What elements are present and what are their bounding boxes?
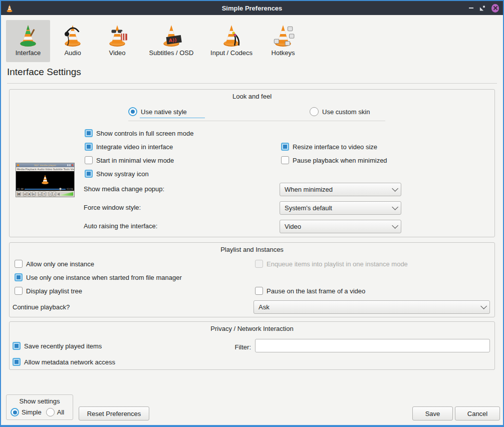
checkbox-icon <box>85 143 93 151</box>
vlc-app-icon <box>5 4 14 13</box>
input-codecs-icon <box>219 22 244 48</box>
dropdown-force-window-style[interactable]: System's default <box>280 201 401 215</box>
group-look-and-feel: Look and feel Use native style Use custo… <box>9 89 495 237</box>
radio-simple-label[interactable]: Simple <box>22 408 42 416</box>
checkbox-icon <box>15 260 23 268</box>
heading-divider <box>7 83 497 84</box>
group-privacy-network: Privacy / Network Interaction Save recen… <box>9 321 495 370</box>
group-title: Privacy / Network Interaction <box>10 325 494 332</box>
cancel-button[interactable]: Cancel <box>455 406 500 420</box>
hotkeys-icon <box>271 22 296 48</box>
radio-all-icon[interactable] <box>46 408 55 416</box>
toolbar-item-subtitles-osd[interactable]: A)) Subtitles / OSD <box>143 20 199 62</box>
window-title: Simple Preferences <box>35 5 469 12</box>
checkbox-icon <box>15 273 23 281</box>
label-auto-raising: Auto raising the interface: <box>84 221 157 230</box>
show-settings-title: Show settings <box>7 397 73 405</box>
toolbar-label: Audio <box>64 49 81 57</box>
checkbox-save-recent-items[interactable]: Save recently played items <box>13 341 102 350</box>
checkbox-icon <box>85 156 93 164</box>
toolbar-label: Hotkeys <box>272 49 295 57</box>
toolbar-label: Input / Codecs <box>210 49 253 57</box>
preview-speaker-icon <box>57 193 60 196</box>
preview-controls: ▮▮ ◂◂▪▸▸ ▭≡ ∞x <box>16 191 74 197</box>
checkbox-icon <box>255 260 263 268</box>
radio-row-divider <box>128 114 385 121</box>
checkbox-systray-icon[interactable]: Show systray icon <box>85 169 149 178</box>
reset-preferences-button[interactable]: Reset Preferences <box>79 406 149 420</box>
video-icon <box>105 22 130 48</box>
radio-simple-icon[interactable] <box>11 408 19 416</box>
checkbox-icon <box>281 143 289 151</box>
checkbox-icon <box>13 342 21 350</box>
page-title: Interface Settings <box>7 67 81 78</box>
preview-cone-icon <box>40 173 51 186</box>
toolbar-label: Interface <box>16 49 41 57</box>
checkbox-resize-interface[interactable]: Resize interface to video size <box>281 142 377 151</box>
checkbox-allow-metadata-access[interactable]: Allow metadata network access <box>13 357 115 366</box>
checkbox-integrate-video[interactable]: Integrate video in interface <box>85 142 173 151</box>
preview-seekbar: 01:48 03:06 <box>16 187 74 191</box>
interface-icon <box>16 22 41 48</box>
checkbox-pause-when-minimized[interactable]: Pause playback when minimized <box>281 156 387 165</box>
subtitles-osd-icon: A)) <box>159 22 184 48</box>
checkbox-minimal-view[interactable]: Start in minimal view mode <box>85 156 174 165</box>
minimize-button-icon[interactable] <box>469 8 473 9</box>
preview-titlebar: VLC media player <box>16 163 74 167</box>
checkbox-icon <box>85 170 93 178</box>
label-filter: Filter: <box>223 342 251 351</box>
dropdown-continue-playback[interactable]: Ask <box>254 300 490 314</box>
show-settings-group: Show settings Simple All <box>6 394 73 420</box>
group-playlist-instances: Playlist and Instances Allow only one in… <box>9 242 495 317</box>
toolbar-label: Video <box>109 49 125 57</box>
save-button[interactable]: Save <box>412 406 453 420</box>
toolbar-item-audio[interactable]: Audio <box>55 20 90 62</box>
chevron-down-icon <box>480 303 487 309</box>
filter-input[interactable] <box>255 339 490 352</box>
titlebar: Simple Preferences <box>1 1 503 15</box>
checkbox-icon <box>85 129 93 137</box>
group-title: Playlist and Instances <box>10 246 494 253</box>
preview-app-icon <box>17 164 19 166</box>
chevron-down-icon <box>392 185 398 192</box>
checkbox-icon <box>281 156 289 164</box>
simple-preferences-window: Simple Preferences Interface Audio <box>0 0 504 427</box>
group-title: Look and feel <box>10 93 494 100</box>
chevron-down-icon <box>392 222 398 229</box>
preview-volume-slider <box>60 192 73 196</box>
preview-menubar: Media Playback Audio Video Subtitle Tool… <box>16 167 74 171</box>
chevron-down-icon <box>392 204 398 210</box>
radio-all-label[interactable]: All <box>57 408 64 416</box>
checkbox-display-playlist-tree[interactable]: Display playlist tree <box>15 286 82 295</box>
restore-button-icon[interactable] <box>479 5 485 12</box>
checkbox-one-instance-file-manager[interactable]: Use only one instance when started from … <box>15 273 182 282</box>
toolbar-item-video[interactable]: Video <box>99 20 135 62</box>
toolbar-label: Subtitles / OSD <box>149 49 194 57</box>
checkbox-allow-one-instance[interactable]: Allow only one instance <box>15 259 94 268</box>
checkbox-pause-last-frame[interactable]: Pause on the last frame of a video <box>255 286 365 295</box>
checkbox-icon <box>15 287 23 295</box>
label-force-window-style: Force window style: <box>84 203 141 212</box>
checkbox-show-controls-fullscreen[interactable]: Show controls in full screen mode <box>85 129 193 138</box>
preview-video-area <box>16 171 74 187</box>
interface-preview-image: VLC media player Media Playback Audio Vi… <box>16 163 75 197</box>
dropdown-auto-raising[interactable]: Video <box>280 220 401 233</box>
toolbar-item-input-codecs[interactable]: Input / Codecs <box>203 20 260 62</box>
preview-window-buttons <box>67 164 73 166</box>
dropdown-media-change-popup[interactable]: When minimized <box>280 183 401 196</box>
svg-text:A)): A)) <box>168 37 177 43</box>
checkbox-enqueue-one-instance: Enqueue items into playlist in one insta… <box>255 259 408 268</box>
label-media-change-popup: Show media change popup: <box>84 184 164 193</box>
audio-icon <box>60 22 85 48</box>
close-button-icon[interactable] <box>491 4 499 13</box>
toolbar-item-interface[interactable]: Interface <box>6 20 50 62</box>
toolbar-item-hotkeys[interactable]: Hotkeys <box>264 20 303 62</box>
checkbox-icon <box>255 287 263 295</box>
label-continue-playback: Continue playback? <box>13 302 70 311</box>
checkbox-icon <box>13 358 21 366</box>
